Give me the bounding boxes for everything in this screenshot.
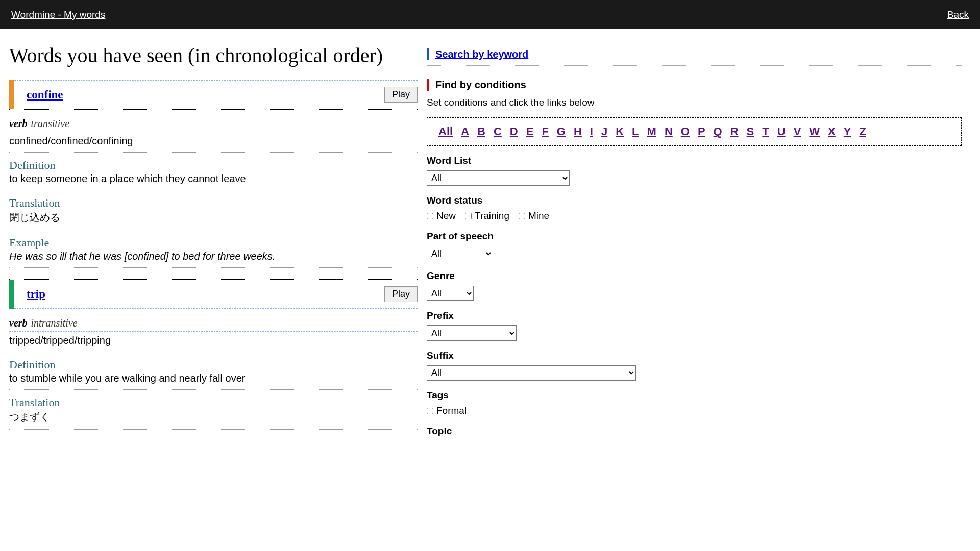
transitivity: intransitive <box>31 317 78 329</box>
alpha-filter-m[interactable]: M <box>647 125 656 138</box>
pos-label: Part of speech <box>427 231 962 242</box>
word-link[interactable]: trip <box>27 288 45 301</box>
alpha-filter-e[interactable]: E <box>526 125 534 138</box>
alpha-filter-h[interactable]: H <box>574 125 582 138</box>
status-option-label: Mine <box>528 210 549 221</box>
wordlist-label: Word List <box>427 155 962 166</box>
status-option-label: Training <box>475 210 509 221</box>
top-bar: Wordmine - My words Back <box>0 0 980 29</box>
word-entry: confine Play verb transitive confined/co… <box>9 80 418 268</box>
alpha-filter-j[interactable]: J <box>601 125 607 138</box>
tag-checkbox[interactable] <box>427 408 433 414</box>
word-link[interactable]: confine <box>27 88 63 102</box>
translation-label: Translation <box>9 396 418 409</box>
alpha-filter-w[interactable]: W <box>809 125 820 138</box>
back-link[interactable]: Back <box>947 9 969 20</box>
status-color-bar <box>9 280 14 309</box>
alpha-filter-s[interactable]: S <box>747 125 754 138</box>
alpha-filter-i[interactable]: I <box>590 125 593 138</box>
alpha-filter-q[interactable]: Q <box>714 125 722 138</box>
alpha-filter-p[interactable]: P <box>698 125 705 138</box>
alpha-filter-z[interactable]: Z <box>859 125 866 138</box>
find-by-conditions-heading: Find by conditions <box>427 79 962 91</box>
status-checkbox[interactable] <box>427 213 433 219</box>
tags-checkbox-row: Formal <box>427 405 962 416</box>
transitivity: transitive <box>31 118 70 129</box>
alpha-filter-c[interactable]: C <box>494 125 502 138</box>
status-option[interactable]: Mine <box>519 210 549 221</box>
alpha-filter-d[interactable]: D <box>510 125 518 138</box>
status-color-bar <box>9 80 14 109</box>
prefix-label: Prefix <box>427 310 962 321</box>
alpha-filter-x[interactable]: X <box>828 125 836 138</box>
alpha-filter-u[interactable]: U <box>777 125 786 138</box>
brand-link[interactable]: Wordmine - My words <box>11 9 105 20</box>
play-button[interactable]: Play <box>384 286 418 302</box>
sidebar: Search by keyword Find by conditions Set… <box>418 29 971 461</box>
status-label: Word status <box>427 195 962 206</box>
alpha-filter-n[interactable]: N <box>665 125 673 138</box>
alpha-filter-f[interactable]: F <box>542 125 548 138</box>
alpha-filter-t[interactable]: T <box>762 125 769 138</box>
translation-text: つまずく <box>9 409 418 430</box>
part-of-speech: verb <box>9 118 28 129</box>
genre-select[interactable]: All <box>427 286 474 301</box>
main-column: Words you have seen (in chronological or… <box>9 29 418 461</box>
suffix-label: Suffix <box>427 350 962 361</box>
alpha-filter-v[interactable]: V <box>794 125 801 138</box>
definition-label: Definition <box>9 159 418 172</box>
search-by-keyword-link[interactable]: Search by keyword <box>427 48 962 60</box>
play-button[interactable]: Play <box>384 87 418 103</box>
translation-label: Translation <box>9 196 418 210</box>
alpha-filter-b[interactable]: B <box>477 125 485 138</box>
alpha-filter-a[interactable]: A <box>461 125 469 138</box>
suffix-select[interactable]: All <box>427 365 636 381</box>
tag-option-label: Formal <box>436 405 467 416</box>
alpha-filter-g[interactable]: G <box>557 125 566 138</box>
alpha-filter-o[interactable]: O <box>681 125 690 138</box>
word-forms: confined/confined/confining <box>9 132 418 153</box>
page-title: Words you have seen (in chronological or… <box>9 43 418 67</box>
example-text: He was so ill that he was [confined] to … <box>9 249 418 268</box>
alpha-filter-all[interactable]: All <box>438 125 453 138</box>
example-label: Example <box>9 236 418 249</box>
definition-label: Definition <box>9 358 418 371</box>
word-forms: tripped/tripped/tripping <box>9 332 418 352</box>
status-checkbox[interactable] <box>519 213 525 219</box>
definition-text: to keep someone in a place which they ca… <box>9 172 418 190</box>
pos-select[interactable]: All <box>427 246 493 261</box>
word-entry: trip Play verb intransitive tripped/trip… <box>9 279 418 430</box>
alphabet-filter: AllABCDEFGHIJKLMNOPQRSTUVWXYZ <box>427 117 962 146</box>
alpha-filter-r[interactable]: R <box>730 125 739 138</box>
genre-label: Genre <box>427 270 962 282</box>
topic-label: Topic <box>427 425 962 437</box>
status-checkbox-row: NewTrainingMine <box>427 210 962 221</box>
status-checkbox[interactable] <box>465 213 472 219</box>
wordlist-select[interactable]: All <box>427 170 570 186</box>
find-note: Set conditions and click the links below <box>427 97 962 108</box>
alpha-filter-y[interactable]: Y <box>844 125 851 138</box>
definition-text: to stumble while you are walking and nea… <box>9 371 418 390</box>
translation-text: 閉じ込める <box>9 210 418 230</box>
status-option-label: New <box>436 210 456 221</box>
status-option[interactable]: Training <box>465 210 509 221</box>
tags-label: Tags <box>427 390 962 401</box>
status-option[interactable]: New <box>427 210 456 221</box>
prefix-select[interactable]: All <box>427 325 517 341</box>
part-of-speech: verb <box>9 317 28 329</box>
alpha-filter-l[interactable]: L <box>632 125 639 138</box>
alpha-filter-k[interactable]: K <box>616 125 624 138</box>
tag-option[interactable]: Formal <box>427 405 467 416</box>
